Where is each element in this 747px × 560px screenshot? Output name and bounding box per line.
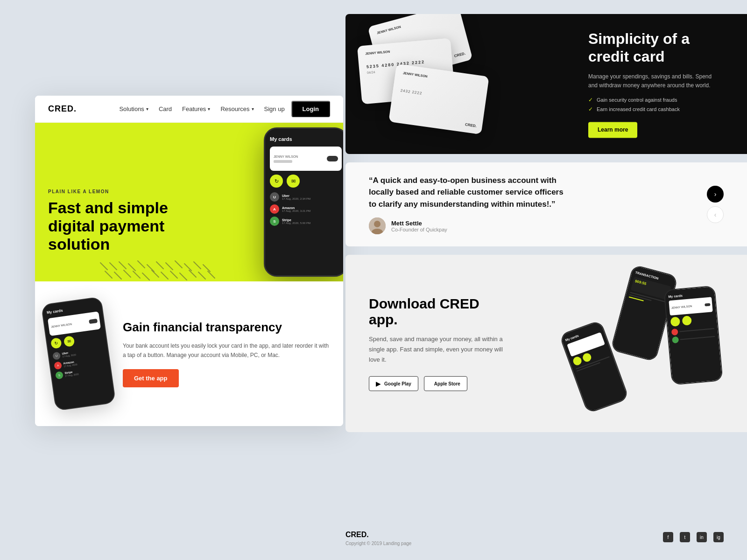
author-name: Mett Settle bbox=[391, 220, 447, 227]
hero-section: PLAIN LIKE A LEMON Fast and simple digit… bbox=[35, 123, 343, 281]
transaction-amazon: A Amazon 17 Aug, 2020, 3:21 PM bbox=[270, 204, 342, 214]
instagram-icon[interactable]: ig bbox=[713, 532, 724, 542]
small-send-icon: ✉ bbox=[63, 336, 75, 347]
nav-features[interactable]: Features ▾ bbox=[182, 105, 210, 112]
svg-line-19 bbox=[170, 271, 177, 278]
card3-holder: JENNY WILSON bbox=[403, 71, 481, 85]
login-button[interactable]: Login bbox=[291, 101, 330, 117]
credit-card-3: JENNY WILSON 2432 2222 CRED. bbox=[388, 64, 489, 135]
svg-line-17 bbox=[152, 270, 159, 277]
chevron-down-icon: ▾ bbox=[208, 106, 210, 112]
learn-more-button[interactable]: Learn more bbox=[588, 122, 637, 138]
download-phone-2: My cards JENNY WILSON bbox=[663, 286, 723, 385]
svg-line-10 bbox=[194, 262, 201, 269]
credit-card-description: Manage your spendings, savings and bills… bbox=[588, 72, 719, 90]
apple-store-label: Apple Store bbox=[434, 381, 460, 386]
svg-line-3 bbox=[128, 264, 135, 271]
transparency-description: Your bank account lets you easily lock y… bbox=[123, 341, 330, 360]
transparency-section: My cards JENNY WILSON ↻ ✉ U Uber17 Aug, … bbox=[35, 281, 343, 426]
prev-arrow[interactable]: ‹ bbox=[707, 206, 724, 223]
check-text-2: Earn increased credit card cashback bbox=[597, 107, 680, 112]
apple-store-button[interactable]: Apple Store bbox=[424, 376, 467, 391]
svg-line-12 bbox=[105, 271, 112, 278]
download-phones: My cards TRANSACTION $69:55 bbox=[528, 259, 747, 432]
svg-line-2 bbox=[119, 262, 126, 269]
chevron-down-icon: ▾ bbox=[252, 106, 254, 112]
facebook-icon[interactable]: f bbox=[663, 532, 673, 542]
svg-line-7 bbox=[166, 263, 173, 270]
check-item-1: ✓ Gain security control against frauds bbox=[588, 97, 719, 104]
svg-line-0 bbox=[100, 263, 107, 270]
card2-holder: JENNY WILSON bbox=[365, 45, 444, 56]
check-icon-2: ✓ bbox=[588, 106, 593, 113]
small-phone-mockup: My cards JENNY WILSON ↻ ✉ U Uber17 Aug, … bbox=[41, 296, 116, 411]
google-play-button[interactable]: ▶ Google Play bbox=[369, 376, 418, 391]
footer-logo: CRED. bbox=[345, 531, 411, 539]
signup-link[interactable]: Sign up bbox=[264, 105, 285, 112]
svg-line-16 bbox=[142, 273, 149, 280]
chevron-down-icon: ▾ bbox=[146, 106, 148, 112]
social-links: f t in ig bbox=[663, 532, 724, 542]
hero-decoration bbox=[35, 253, 343, 281]
svg-line-18 bbox=[161, 272, 168, 279]
svg-line-14 bbox=[124, 270, 131, 277]
avatar-image bbox=[369, 217, 386, 234]
testimonial-nav: › ‹ bbox=[707, 186, 724, 223]
svg-line-22 bbox=[198, 272, 205, 279]
phone-card-item: JENNY WILSON bbox=[270, 147, 342, 171]
transaction-stripe: S Stripe 17 Aug, 2020, 5:00 PM bbox=[270, 217, 342, 226]
navigation: CRED. Solutions ▾ Card Features ▾ Resour… bbox=[35, 96, 343, 123]
svg-line-6 bbox=[156, 262, 163, 269]
download-content: Download CRED app. Spend, save and manag… bbox=[345, 277, 532, 410]
svg-point-25 bbox=[374, 221, 381, 227]
svg-line-23 bbox=[208, 271, 215, 278]
card-toggle[interactable] bbox=[327, 156, 338, 161]
nav-links: Solutions ▾ Card Features ▾ Resources ▾ bbox=[119, 105, 254, 112]
send-icon: ✉ bbox=[287, 175, 300, 188]
download-description: Spend, save and manage your money, all w… bbox=[369, 334, 509, 365]
check-text-1: Gain security control against frauds bbox=[597, 98, 677, 103]
credit-card-content: Simplicity of a credit card Manage your … bbox=[588, 30, 719, 138]
card3-number: 2432 2222 bbox=[400, 88, 479, 103]
stripe-icon: S bbox=[270, 217, 279, 226]
google-play-label: Google Play bbox=[384, 381, 411, 386]
svg-line-5 bbox=[147, 265, 154, 272]
linkedin-icon[interactable]: in bbox=[697, 532, 707, 542]
nav-logo: CRED. bbox=[48, 104, 77, 114]
next-arrow[interactable]: › bbox=[707, 186, 724, 203]
testimonial-content: “A quick and easy-to-open business accou… bbox=[369, 175, 707, 235]
hero-title: Fast and simple digital payment solution bbox=[48, 199, 174, 253]
nav-solutions[interactable]: Solutions ▾ bbox=[119, 105, 148, 112]
hero-label: PLAIN LIKE A LEMON bbox=[48, 189, 174, 194]
svg-line-11 bbox=[203, 265, 210, 272]
twitter-icon[interactable]: t bbox=[680, 532, 690, 542]
testimonial-author: Mett Settle Co-Founder of Quickpay bbox=[369, 217, 707, 234]
svg-line-8 bbox=[175, 261, 182, 268]
nav-card[interactable]: Card bbox=[159, 105, 172, 112]
download-panel: Download CRED app. Spend, save and manag… bbox=[345, 255, 747, 432]
phone-screen-title: My cards bbox=[270, 136, 342, 142]
hero-text: PLAIN LIKE A LEMON Fast and simple digit… bbox=[48, 189, 174, 253]
svg-line-13 bbox=[114, 272, 121, 279]
credit-card-panel: JENNY WILSON 5235 4280 CRED. JENNY WILSO… bbox=[345, 14, 747, 154]
footer-copyright: Copyright © 2019 Landing page bbox=[345, 541, 411, 546]
transaction-uber: U Uber 17 Aug, 2020, 2:34 PM bbox=[270, 192, 342, 202]
author-avatar bbox=[369, 217, 386, 234]
store-buttons: ▶ Google Play Apple Store bbox=[369, 376, 509, 391]
author-title: Co-Founder of Quickpay bbox=[391, 227, 447, 232]
testimonial-panel: “A quick and easy-to-open business accou… bbox=[345, 162, 747, 246]
get-app-button[interactable]: Get the app bbox=[123, 369, 179, 387]
phone-card-holder: JENNY WILSON bbox=[274, 155, 298, 158]
svg-line-20 bbox=[180, 273, 187, 280]
cards-visual: JENNY WILSON 5235 4280 CRED. JENNY WILSO… bbox=[345, 14, 514, 154]
testimonial-quote: “A quick and easy-to-open business accou… bbox=[369, 175, 565, 210]
check-icon-1: ✓ bbox=[588, 97, 593, 104]
transparency-title: Gain financial transparency bbox=[123, 320, 330, 335]
download-title: Download CRED app. bbox=[369, 296, 509, 328]
transparency-content: Gain financial transparency Your bank ac… bbox=[118, 320, 330, 388]
nav-resources[interactable]: Resources ▾ bbox=[220, 105, 254, 112]
phone-action-icons: ↻ ✉ bbox=[270, 175, 342, 188]
refresh-icon: ↻ bbox=[270, 175, 283, 188]
google-play-icon: ▶ bbox=[376, 380, 381, 387]
card3-logo: CRED. bbox=[465, 122, 477, 128]
